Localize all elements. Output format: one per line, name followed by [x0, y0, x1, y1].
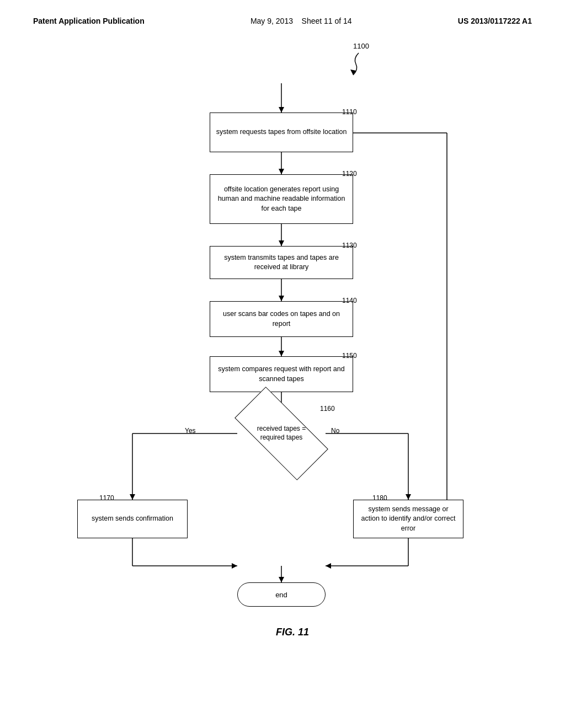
box-1130: system transmits tapes and tapes are rec… — [210, 246, 353, 279]
box-1110-text: system requests tapes from offsite locat… — [216, 127, 347, 137]
box-1170-text: system sends confirmation — [92, 514, 173, 524]
svg-marker-23 — [326, 563, 331, 569]
diamond-1160: received tapes = required tapes — [237, 409, 326, 458]
no-label: No — [331, 427, 339, 435]
label-1130: 1130 — [342, 242, 357, 249]
box-1170: system sends confirmation — [77, 500, 188, 538]
label-1110: 1110 — [342, 108, 357, 116]
svg-marker-5 — [279, 240, 284, 246]
svg-marker-1 — [279, 107, 284, 113]
header-publication: Patent Application Publication — [33, 17, 145, 25]
box-1180-text: system sends message or action to identi… — [359, 505, 457, 534]
yes-label: Yes — [185, 427, 196, 435]
label-1120: 1120 — [342, 170, 357, 178]
box-1120: offsite location generates report using … — [210, 174, 353, 224]
diagram-area: 1100 system requests tapes from offsite … — [22, 36, 543, 665]
page: Patent Application Publication May 9, 20… — [0, 0, 565, 728]
header-sheet: Sheet 11 of 14 — [302, 17, 352, 25]
svg-marker-20 — [232, 563, 237, 569]
label-1150: 1150 — [342, 352, 357, 360]
box-1150-text: system compares request with report and … — [216, 365, 347, 384]
header-patent: US 2013/0117222 A1 — [458, 17, 532, 25]
end-label: end — [275, 591, 287, 599]
label-1160: 1160 — [320, 405, 335, 413]
header-center: May 9, 2013 Sheet 11 of 14 — [250, 17, 352, 25]
svg-marker-3 — [279, 169, 284, 174]
box-1130-text: system transmits tapes and tapes are rec… — [216, 253, 347, 272]
box-1140: user scans bar codes on tapes and on rep… — [210, 301, 353, 337]
box-1120-text: offsite location generates report using … — [216, 185, 347, 214]
figure-label: FIG. 11 — [237, 627, 348, 638]
svg-marker-17 — [406, 494, 411, 500]
header-date: May 9, 2013 — [250, 17, 293, 25]
end-box: end — [237, 582, 326, 607]
squiggle-icon — [328, 47, 361, 78]
label-1140: 1140 — [342, 297, 357, 304]
box-1180: system sends message or action to identi… — [353, 500, 463, 538]
box-1140-text: user scans bar codes on tapes and on rep… — [216, 309, 347, 329]
svg-marker-7 — [279, 296, 284, 301]
label-1170: 1170 — [99, 494, 114, 502]
header: Patent Application Publication May 9, 20… — [22, 11, 543, 25]
svg-marker-14 — [130, 494, 135, 500]
label-1180: 1180 — [372, 494, 387, 502]
box-1150: system compares request with report and … — [210, 356, 353, 392]
diamond-1160-text: received tapes = required tapes — [248, 425, 315, 442]
box-1110: system requests tapes from offsite locat… — [210, 113, 353, 152]
svg-marker-25 — [279, 577, 284, 582]
svg-marker-9 — [279, 351, 284, 356]
